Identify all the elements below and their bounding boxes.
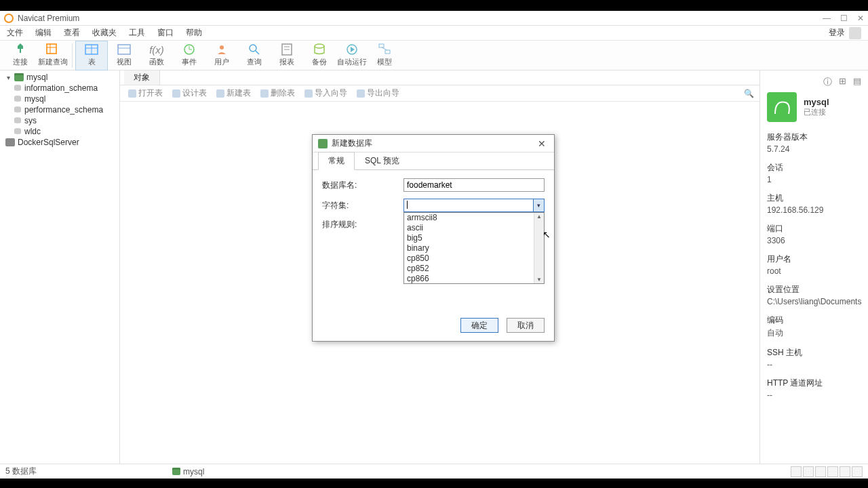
search-icon[interactable]: 🔍 xyxy=(744,89,754,98)
dialog-titlebar[interactable]: 新建数据库 ✕ xyxy=(313,135,554,152)
user-icon xyxy=(215,43,229,56)
tb-event[interactable]: 事件 xyxy=(173,41,205,70)
tab-sql-preview[interactable]: SQL 预览 xyxy=(355,152,410,169)
dialog-title: 新建数据库 xyxy=(332,138,535,149)
info-value: -- xyxy=(767,360,861,369)
status-db-count: 5 数据库 xyxy=(5,466,37,477)
tree-db-information-schema[interactable]: information_schema xyxy=(0,83,119,94)
menu-favorites[interactable]: 收藏夹 xyxy=(92,27,117,39)
view-icon xyxy=(117,43,131,56)
tree-db-wldc[interactable]: wldc xyxy=(0,126,119,137)
delete-table-button[interactable]: 删除表 xyxy=(258,87,298,99)
design-table-button[interactable]: 设计表 xyxy=(170,87,210,99)
list-icon[interactable]: ▤ xyxy=(853,76,861,88)
backup-icon xyxy=(313,43,326,56)
info-label: SSH 主机 xyxy=(767,347,861,359)
export-icon xyxy=(357,89,365,98)
ok-button[interactable]: 确定 xyxy=(460,318,498,333)
close-icon[interactable]: ✕ xyxy=(857,14,864,23)
svg-rect-0 xyxy=(20,49,21,53)
clock-icon xyxy=(182,43,196,56)
content-tabs: 对象 xyxy=(120,70,760,85)
menu-edit[interactable]: 编辑 xyxy=(35,27,52,39)
info-label: 服务器版本 xyxy=(767,131,861,143)
minimize-icon[interactable]: — xyxy=(823,14,831,23)
scroll-up-icon[interactable]: ▲ xyxy=(536,214,542,220)
svg-marker-20 xyxy=(351,47,355,52)
export-wizard-button[interactable]: 导出向导 xyxy=(354,87,402,99)
tree-conn-mysql[interactable]: ▾mysql xyxy=(0,72,119,83)
cancel-button[interactable]: 取消 xyxy=(507,318,545,333)
info-value: root xyxy=(767,266,861,276)
info-value: C:\Users\liang\Documents\Nav xyxy=(767,297,861,306)
menu-view[interactable]: 查看 xyxy=(64,27,80,39)
tb-view[interactable]: 视图 xyxy=(108,41,140,70)
scrollbar[interactable]: ▲▼ xyxy=(534,213,544,283)
view-bottom-icon[interactable] xyxy=(852,466,863,477)
maximize-icon[interactable]: ☐ xyxy=(840,14,848,23)
charset-option[interactable]: binary xyxy=(404,243,544,253)
menu-help[interactable]: 帮助 xyxy=(186,27,202,39)
view-list-icon[interactable] xyxy=(803,466,814,477)
charset-option[interactable]: cp850 xyxy=(404,253,544,264)
view-sidebar-right-icon[interactable] xyxy=(840,466,850,477)
tb-table[interactable]: 表 xyxy=(75,41,108,70)
tb-newquery[interactable]: 新建查询 xyxy=(37,41,69,70)
info-value: 192.168.56.129 xyxy=(767,205,861,215)
charset-label: 字符集: xyxy=(322,200,403,211)
new-table-button[interactable]: 新建表 xyxy=(214,87,254,99)
avatar-icon[interactable] xyxy=(849,27,861,39)
sidebar: ▾mysql information_schema mysql performa… xyxy=(0,70,120,464)
menu-file[interactable]: 文件 xyxy=(7,27,23,39)
charset-combobox[interactable] xyxy=(403,199,545,212)
charset-option[interactable]: cp852 xyxy=(404,264,544,274)
login-link[interactable]: 登录 xyxy=(829,27,845,39)
tb-backup[interactable]: 备份 xyxy=(303,41,336,70)
database-icon xyxy=(318,139,328,148)
tb-autorun[interactable]: 自动运行 xyxy=(336,41,368,70)
svg-rect-22 xyxy=(385,50,390,54)
menu-window[interactable]: 窗口 xyxy=(157,27,174,39)
tb-report[interactable]: 报表 xyxy=(271,41,303,70)
chevron-down-icon[interactable]: ▾ xyxy=(5,75,12,81)
tree-conn-docker[interactable]: DockerSqlServer xyxy=(0,137,119,148)
charset-dropdown: armscii8 ascii big5 binary cp850 cp852 c… xyxy=(403,212,545,284)
tb-connection[interactable]: 连接 xyxy=(4,41,37,70)
sub-toolbar: 打开表 设计表 新建表 删除表 导入向导 导出向导 🔍 xyxy=(120,85,760,102)
close-icon[interactable]: ✕ xyxy=(535,138,549,149)
info-panel: ⓘ ⊞ ▤ mysql 已连接 服务器版本5.7.24 会话1 主机192.16… xyxy=(760,70,868,464)
fx-icon: f(x) xyxy=(150,43,163,56)
menu-tools[interactable]: 工具 xyxy=(129,27,145,39)
tb-query[interactable]: 查询 xyxy=(238,41,271,70)
tab-general[interactable]: 常规 xyxy=(318,152,355,170)
info-icon[interactable]: ⓘ xyxy=(823,76,832,88)
plug-icon xyxy=(14,43,27,56)
collation-label: 排序规则: xyxy=(322,219,403,230)
tree-db-performance-schema[interactable]: performance_schema xyxy=(0,104,119,115)
tree-db-sys[interactable]: sys xyxy=(0,115,119,126)
view-sidebar-left-icon[interactable] xyxy=(827,466,838,477)
charset-option[interactable]: ascii xyxy=(404,223,544,233)
import-icon xyxy=(304,89,313,98)
report-icon xyxy=(280,43,294,56)
svg-point-18 xyxy=(315,44,324,48)
menubar: 文件 编辑 查看 收藏夹 工具 窗口 帮助 登录 xyxy=(0,26,868,41)
app-title: Navicat Premium xyxy=(18,14,823,23)
tb-function[interactable]: f(x)函数 xyxy=(140,41,173,70)
tree-db-mysql[interactable]: mysql xyxy=(0,94,119,104)
tab-objects[interactable]: 对象 xyxy=(124,70,160,85)
view-detail-icon[interactable] xyxy=(815,466,826,477)
chevron-down-icon[interactable]: ▾ xyxy=(533,199,544,211)
view-grid-icon[interactable] xyxy=(791,466,802,477)
tb-model[interactable]: 模型 xyxy=(368,41,401,70)
grid-icon[interactable]: ⊞ xyxy=(839,76,846,88)
charset-option[interactable]: armscii8 xyxy=(404,213,544,223)
tb-user[interactable]: 用户 xyxy=(205,41,238,70)
database-icon xyxy=(14,73,24,81)
charset-option[interactable]: big5 xyxy=(404,233,544,243)
import-wizard-button[interactable]: 导入向导 xyxy=(302,87,350,99)
db-name-input[interactable] xyxy=(403,178,545,192)
scroll-down-icon[interactable]: ▼ xyxy=(536,277,542,283)
charset-option[interactable]: cp866 xyxy=(404,274,544,284)
open-table-button[interactable]: 打开表 xyxy=(125,87,165,99)
